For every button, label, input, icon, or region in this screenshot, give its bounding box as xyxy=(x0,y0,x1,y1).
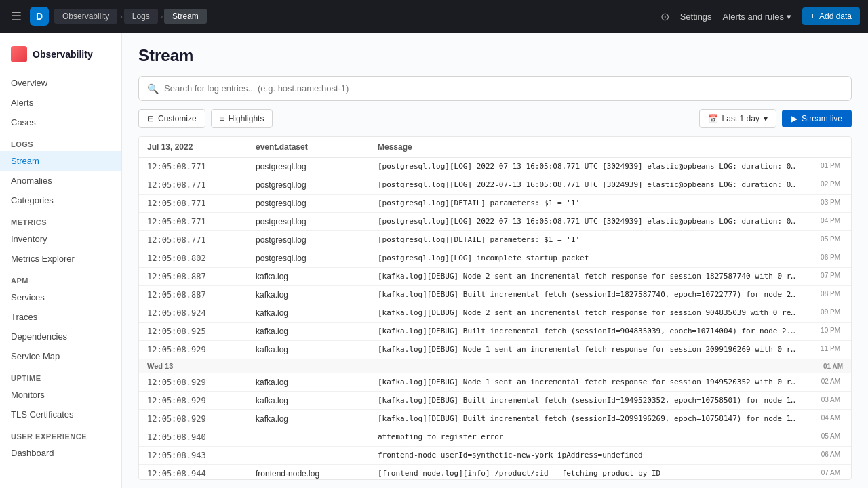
log-dataset: kafka.log xyxy=(256,307,378,319)
sidebar-item-categories[interactable]: Categories xyxy=(0,190,121,210)
sidebar-item-alerts[interactable]: Alerts xyxy=(0,93,121,113)
log-row[interactable]: 12:05:08.771 postgresql.log [postgresql.… xyxy=(139,176,851,195)
sidebar-item-cases[interactable]: Cases xyxy=(0,113,121,132)
time-marker: 07 PM xyxy=(802,270,843,281)
toolbar: ⊟ Customize ≡ Highlights 📅 Last 1 day ▾ xyxy=(138,109,852,136)
log-row[interactable]: 12:05:08.771 postgresql.log [postgresql.… xyxy=(139,158,851,176)
time-marker: 06 PM xyxy=(802,252,843,262)
log-message: [postgresql.log][DETAIL] parameters: $1 … xyxy=(378,197,802,209)
highlights-label: Highlights xyxy=(229,114,264,123)
sidebar-item-traces[interactable]: Traces xyxy=(0,307,121,327)
add-data-label: Add data xyxy=(819,12,852,21)
date-range-button[interactable]: 📅 Last 1 day ▾ xyxy=(699,109,776,128)
customize-label: Customize xyxy=(158,114,197,123)
log-row[interactable]: 12:05:08.929 kafka.log [kafka.log][DEBUG… xyxy=(139,341,851,359)
stream-live-button[interactable]: ▶ Stream live xyxy=(782,110,852,127)
content-header: Stream 🔍 ⊟ Customize ≡ Highlights xyxy=(122,33,868,136)
log-row[interactable]: 12:05:08.940 attempting to register erro… xyxy=(139,428,851,447)
log-timestamp: 12:05:08.929 xyxy=(147,413,256,425)
log-row[interactable]: 12:05:08.887 kafka.log [kafka.log][DEBUG… xyxy=(139,268,851,286)
time-marker: 01 PM xyxy=(802,161,843,171)
breadcrumb-logs[interactable]: Logs xyxy=(124,9,158,24)
top-nav: ☰ D Observability › Logs › Stream ⊙ Sett… xyxy=(0,0,868,33)
log-row[interactable]: 12:05:08.929 kafka.log [kafka.log][DEBUG… xyxy=(139,373,851,392)
log-row[interactable]: 12:05:08.925 kafka.log [kafka.log][DEBUG… xyxy=(139,323,851,341)
nav-right: ⊙ Settings Alerts and rules ▾ + Add data xyxy=(660,7,860,25)
alerts-rules-button[interactable]: Alerts and rules ▾ xyxy=(723,12,791,22)
sidebar-section-logs: Logs xyxy=(0,132,121,151)
sidebar-item-dependencies[interactable]: Dependencies xyxy=(0,327,121,346)
log-row[interactable]: 12:05:08.771 postgresql.log [postgresql.… xyxy=(139,195,851,213)
settings-button[interactable]: Settings xyxy=(680,12,712,22)
log-timestamp: 12:05:08.771 xyxy=(147,179,256,191)
calendar-icon: 📅 xyxy=(708,114,718,123)
log-row[interactable]: 12:05:08.771 postgresql.log [postgresql.… xyxy=(139,231,851,249)
log-timestamp: 12:05:08.929 xyxy=(147,344,256,356)
time-marker: 02 AM xyxy=(802,376,843,386)
stream-live-label: Stream live xyxy=(802,114,842,123)
log-dataset: postgresql.log xyxy=(256,179,378,191)
log-dataset: kafka.log xyxy=(256,270,378,283)
log-row[interactable]: 12:05:08.944 frontend-node.log [frontend… xyxy=(139,465,851,479)
add-data-button[interactable]: + Add data xyxy=(802,7,860,25)
log-body: 12:05:08.771 postgresql.log [postgresql.… xyxy=(139,158,851,479)
customize-button[interactable]: ⊟ Customize xyxy=(138,109,205,128)
sidebar-item-inventory[interactable]: Inventory xyxy=(0,229,121,249)
search-input[interactable] xyxy=(164,77,843,100)
breadcrumb-stream[interactable]: Stream xyxy=(164,9,207,24)
sidebar-section-uptime: Uptime xyxy=(0,366,121,385)
sidebar-item-dashboard[interactable]: Dashboard xyxy=(0,443,121,463)
time-marker: 04 AM xyxy=(802,413,843,423)
breadcrumb-observability[interactable]: Observability xyxy=(54,9,117,24)
hamburger-button[interactable]: ☰ xyxy=(8,6,24,26)
breadcrumb-arrow-2: › xyxy=(161,13,163,20)
sidebar-item-anomalies[interactable]: Anomalies xyxy=(0,171,121,190)
sidebar: Observability Overview Alerts Cases Logs… xyxy=(0,33,122,488)
log-dataset: postgresql.log xyxy=(256,197,378,209)
log-dataset: kafka.log xyxy=(256,289,378,301)
sidebar-item-services[interactable]: Services xyxy=(0,287,121,307)
help-icon-button[interactable]: ⊙ xyxy=(660,10,669,23)
sidebar-app-icon xyxy=(11,46,27,62)
log-dataset xyxy=(256,449,378,452)
log-row[interactable]: 12:05:08.929 kafka.log [kafka.log][DEBUG… xyxy=(139,410,851,428)
time-marker: 02 PM xyxy=(802,179,843,189)
sidebar-item-overview[interactable]: Overview xyxy=(0,73,121,93)
time-marker: 11 PM xyxy=(802,344,843,354)
log-dataset: kafka.log xyxy=(256,376,378,388)
log-message: [kafka.log][DEBUG] Built incremental fet… xyxy=(378,394,802,406)
time-marker: 03 AM xyxy=(802,394,843,405)
time-marker: 08 PM xyxy=(802,289,843,299)
time-marker: 10 PM xyxy=(802,325,843,336)
log-row[interactable]: 12:05:08.943 frontend-node userId=synthe… xyxy=(139,447,851,465)
column-header-message: Message xyxy=(378,142,802,152)
search-container: 🔍 xyxy=(138,76,852,101)
log-dataset: kafka.log xyxy=(256,325,378,338)
column-header-dataset: event.dataset xyxy=(256,142,378,152)
log-row[interactable]: 12:05:08.929 kafka.log [kafka.log][DEBUG… xyxy=(139,392,851,410)
highlights-button[interactable]: ≡ Highlights xyxy=(211,109,273,128)
sidebar-app-title: Observability xyxy=(33,49,93,60)
highlight-icon: ≡ xyxy=(220,114,224,123)
date-divider: Wed 13 01 AM xyxy=(139,359,851,373)
log-message: [kafka.log][DEBUG] Built incremental fet… xyxy=(378,289,802,300)
log-message: frontend-node userId=synthetic-new-york … xyxy=(378,449,802,461)
log-dataset: frontend-node.log xyxy=(256,468,378,479)
log-timestamp: 12:05:08.802 xyxy=(147,252,256,264)
sidebar-item-tls-certificates[interactable]: TLS Certificates xyxy=(0,405,121,424)
log-row[interactable]: 12:05:08.924 kafka.log [kafka.log][DEBUG… xyxy=(139,304,851,323)
sidebar-item-monitors[interactable]: Monitors xyxy=(0,385,121,405)
log-table-header: Jul 13, 2022 event.dataset Message xyxy=(139,137,851,158)
log-timestamp: 12:05:08.944 xyxy=(147,468,256,479)
sidebar-item-metrics-explorer[interactable]: Metrics Explorer xyxy=(0,249,121,268)
search-icon: 🔍 xyxy=(147,83,159,94)
log-row[interactable]: 12:05:08.771 postgresql.log [postgresql.… xyxy=(139,213,851,231)
log-timestamp: 12:05:08.940 xyxy=(147,431,256,443)
main-layout: Observability Overview Alerts Cases Logs… xyxy=(0,33,868,488)
log-timestamp: 12:05:08.771 xyxy=(147,216,256,228)
log-row[interactable]: 12:05:08.802 postgresql.log [postgresql.… xyxy=(139,249,851,268)
log-row[interactable]: 12:05:08.887 kafka.log [kafka.log][DEBUG… xyxy=(139,286,851,304)
sidebar-item-service-map[interactable]: Service Map xyxy=(0,346,121,366)
sidebar-item-stream[interactable]: Stream xyxy=(0,151,121,171)
time-marker: 09 PM xyxy=(802,307,843,317)
